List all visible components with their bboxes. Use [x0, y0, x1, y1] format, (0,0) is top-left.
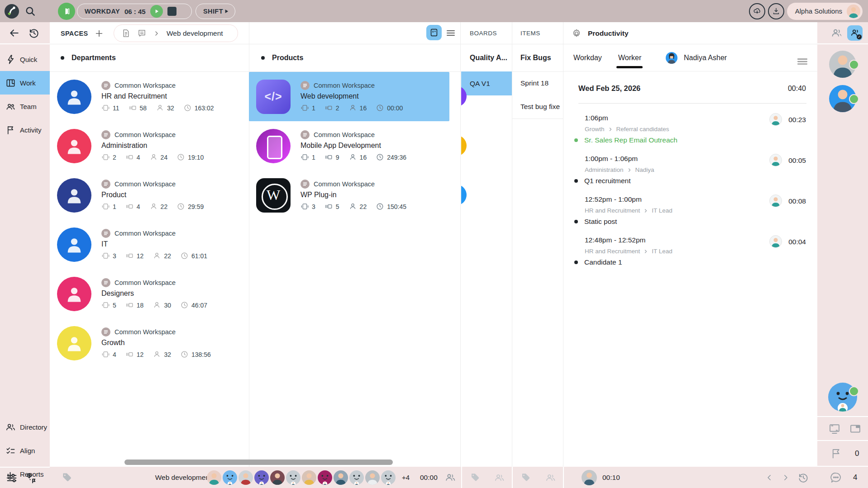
cloud-sync-button[interactable] — [749, 3, 765, 19]
history-icon[interactable] — [797, 472, 809, 483]
product-row[interactable]: Common Workspace Web development 1 2 16 … — [249, 72, 449, 121]
window-capture-icon[interactable] — [849, 422, 862, 435]
sidebar-item-team[interactable]: Team — [0, 95, 50, 118]
board-group-name[interactable]: Quality A... — [461, 44, 512, 71]
filters-sliders-icon[interactable] — [5, 472, 18, 484]
all-members-icon[interactable] — [830, 27, 843, 39]
members-count-icon — [156, 104, 164, 112]
topbar-right: Alpha Solutions — [749, 0, 863, 22]
member-avatar[interactable] — [302, 470, 316, 485]
department-row[interactable]: Common Workspace HR and Recruitment 11 5… — [50, 72, 238, 121]
chevron-right-icon[interactable] — [781, 473, 790, 482]
worker-footer-avatar[interactable] — [582, 470, 597, 485]
online-members-toggle[interactable]: ✓ — [847, 25, 863, 41]
department-row[interactable]: Common Workspace Product 1 4 22 29:59 — [50, 171, 238, 220]
productivity-header: Productivity — [563, 22, 817, 44]
product-row[interactable]: Common Workspace Mobile App Development … — [249, 121, 449, 171]
tag-icon[interactable] — [61, 472, 72, 483]
lightning-icon — [5, 54, 16, 65]
chat-bubble-icon[interactable] — [830, 471, 842, 484]
entry-task-name[interactable]: Candidate 1 — [584, 258, 622, 266]
clock-in-door-icon[interactable] — [58, 3, 75, 20]
entry-breadcrumb: HR and Recruitment IT Lead — [585, 248, 672, 255]
item-group-name[interactable]: Fix Bugs — [512, 44, 563, 71]
members-icon[interactable] — [494, 472, 505, 483]
member-avatar[interactable] — [238, 470, 253, 485]
sidebar-item-quick[interactable]: Quick — [0, 47, 50, 71]
tab-worker[interactable]: Worker — [618, 44, 641, 71]
member-avatar[interactable] — [334, 470, 348, 485]
items-count-icon — [324, 104, 333, 112]
sidebar-item-align[interactable]: Align — [0, 439, 50, 462]
department-row[interactable]: Common Workspace IT 3 12 22 61:01 — [50, 220, 238, 269]
member-avatar[interactable] — [381, 470, 396, 485]
tag-icon[interactable] — [520, 472, 531, 483]
department-row[interactable]: Common Workspace Growth 4 12 32 138:56 — [50, 318, 238, 368]
search-icon[interactable] — [24, 5, 36, 17]
workday-stop-button[interactable] — [167, 7, 176, 16]
history-icon[interactable] — [28, 27, 40, 39]
horizontal-scrollbar[interactable] — [124, 460, 393, 465]
members-count-icon — [149, 153, 158, 161]
chevron-right-icon — [608, 127, 613, 132]
member-avatar[interactable] — [349, 470, 364, 485]
time-entry[interactable]: 12:52pm - 1:00pm HR and Recruitment IT L… — [563, 192, 817, 232]
entry-task-name[interactable]: Static post — [584, 218, 617, 226]
sidebar-item-directory[interactable]: Directory — [0, 415, 50, 439]
member-avatar[interactable] — [286, 470, 300, 485]
member-avatar[interactable] — [365, 470, 380, 485]
member-avatar[interactable] — [223, 470, 237, 485]
members-count-icon — [153, 350, 161, 359]
bullet-icon — [261, 56, 265, 60]
shift-label: SHIFT — [203, 8, 223, 15]
boards-count-icon — [101, 350, 110, 359]
department-row[interactable]: Common Workspace Designers 5 18 30 46:07 — [50, 269, 238, 318]
member-avatar[interactable] — [318, 470, 332, 485]
product-row[interactable]: Common Workspace WP Plug-in 3 5 22 150:4… — [249, 171, 449, 220]
account-menu[interactable]: Alpha Solutions — [787, 3, 863, 20]
flag-icon[interactable] — [830, 447, 842, 460]
time-entry[interactable]: 1:06pm Growth Referral candidates Sr. Sa… — [563, 110, 817, 151]
item-row[interactable]: Test bug fixe — [512, 95, 563, 118]
avatar-overflow-count[interactable]: +4 — [402, 474, 410, 481]
members-icon[interactable] — [444, 472, 456, 483]
back-icon[interactable] — [8, 27, 20, 39]
entry-breadcrumb: Growth Referral candidates — [585, 126, 669, 133]
board-chip[interactable] — [461, 135, 467, 156]
shift-play-icon[interactable] — [223, 8, 229, 15]
time-entry[interactable]: 1:00pm - 1:06pm Administration Nadiya Q1… — [563, 151, 817, 192]
member-avatar[interactable] — [254, 470, 269, 485]
item-row[interactable]: Sprint 18 — [512, 71, 563, 95]
worker-presence-avatar[interactable] — [829, 51, 856, 78]
tab-workday[interactable]: Workday — [573, 44, 602, 71]
member-avatar[interactable] — [207, 470, 221, 485]
app-logo[interactable] — [5, 4, 19, 19]
account-avatar — [847, 5, 860, 18]
chevron-left-icon[interactable] — [765, 473, 774, 482]
members-count-icon — [153, 251, 161, 260]
worker-selector[interactable]: Nadiya Asher — [666, 52, 727, 64]
gear-icon[interactable] — [571, 28, 582, 39]
member-avatar[interactable] — [270, 470, 285, 485]
route-milestones-icon[interactable] — [24, 472, 37, 484]
sidebar-item-activity[interactable]: Activity — [0, 118, 50, 142]
assistant-avatar[interactable] — [828, 383, 857, 412]
screenshot-monitor-icon[interactable] — [828, 422, 841, 435]
shift-control[interactable]: SHIFT — [196, 4, 235, 19]
time-entry[interactable]: 12:48pm - 12:52pm HR and Recruitment IT … — [563, 232, 817, 273]
menu-icon[interactable] — [796, 55, 808, 67]
chat-count: 4 — [853, 473, 857, 482]
members-icon[interactable] — [545, 472, 556, 483]
board-chip[interactable] — [461, 185, 467, 205]
worker-presence-avatar[interactable] — [829, 85, 856, 112]
workspace-name: Common Workspace — [114, 180, 176, 188]
workday-play-button[interactable] — [150, 5, 163, 18]
entry-task-name[interactable]: Sr. Sales Rep Email Outreach — [584, 136, 677, 144]
department-row[interactable]: Common Workspace Administration 2 4 24 1… — [50, 121, 238, 171]
products-title: Products — [272, 54, 303, 62]
entry-task-name[interactable]: Q1 recruitment — [584, 177, 631, 185]
sidebar-item-work[interactable]: Work — [0, 71, 50, 95]
tag-icon[interactable] — [469, 472, 480, 483]
board-row-qa-v1[interactable]: QA V1 — [461, 71, 512, 95]
download-button[interactable] — [768, 3, 784, 19]
